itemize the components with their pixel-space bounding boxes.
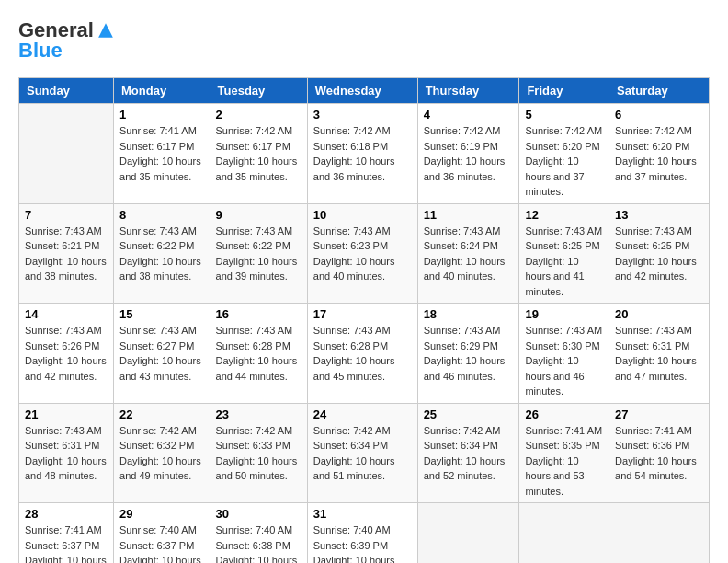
day-number: 24 bbox=[313, 408, 412, 421]
sunrise-time: Sunrise: 7:43 AM bbox=[25, 225, 102, 236]
sunset-time: Sunset: 6:25 PM bbox=[525, 240, 599, 251]
daylight-hours: Daylight: 10 hours and 50 minutes. bbox=[216, 455, 298, 482]
sunset-time: Sunset: 6:29 PM bbox=[424, 340, 498, 351]
calendar-cell: 5 Sunrise: 7:42 AM Sunset: 6:20 PM Dayli… bbox=[519, 104, 609, 204]
sunset-time: Sunset: 6:31 PM bbox=[25, 440, 99, 451]
day-number: 13 bbox=[615, 208, 703, 222]
daylight-hours: Daylight: 10 hours and 44 minutes. bbox=[216, 355, 298, 382]
sunset-time: Sunset: 6:28 PM bbox=[313, 340, 388, 351]
day-number: 12 bbox=[525, 208, 603, 222]
day-info: Sunrise: 7:42 AM Sunset: 6:19 PM Dayligh… bbox=[424, 123, 514, 184]
day-info: Sunrise: 7:40 AM Sunset: 6:37 PM Dayligh… bbox=[119, 523, 203, 563]
calendar-week-row: 1 Sunrise: 7:41 AM Sunset: 6:17 PM Dayli… bbox=[19, 104, 710, 204]
calendar-cell: 31 Sunrise: 7:40 AM Sunset: 6:39 PM Dayl… bbox=[307, 503, 417, 564]
sunrise-time: Sunrise: 7:42 AM bbox=[313, 425, 391, 436]
calendar-cell: 24 Sunrise: 7:42 AM Sunset: 6:34 PM Dayl… bbox=[307, 403, 417, 503]
day-number: 22 bbox=[119, 408, 203, 421]
calendar-cell: 11 Sunrise: 7:43 AM Sunset: 6:24 PM Dayl… bbox=[417, 203, 519, 304]
day-info: Sunrise: 7:43 AM Sunset: 6:22 PM Dayligh… bbox=[216, 224, 301, 284]
day-number: 15 bbox=[119, 307, 203, 321]
day-number: 21 bbox=[25, 408, 108, 421]
calendar-cell: 28 Sunrise: 7:41 AM Sunset: 6:37 PM Dayl… bbox=[19, 503, 114, 564]
calendar-cell: 29 Sunrise: 7:40 AM Sunset: 6:37 PM Dayl… bbox=[114, 503, 210, 564]
calendar-week-row: 21 Sunrise: 7:43 AM Sunset: 6:31 PM Dayl… bbox=[19, 403, 710, 503]
day-of-week-header: Tuesday bbox=[210, 78, 307, 104]
daylight-hours: Daylight: 10 hours and 45 minutes. bbox=[313, 355, 395, 382]
sunset-time: Sunset: 6:33 PM bbox=[216, 440, 290, 451]
day-info: Sunrise: 7:43 AM Sunset: 6:26 PM Dayligh… bbox=[25, 323, 108, 384]
daylight-hours: Daylight: 10 hours and 35 minutes. bbox=[216, 155, 298, 182]
day-number: 8 bbox=[119, 208, 203, 222]
day-of-week-header: Thursday bbox=[417, 78, 519, 104]
day-number: 29 bbox=[119, 507, 203, 521]
sunset-time: Sunset: 6:23 PM bbox=[313, 240, 388, 251]
daylight-hours: Daylight: 10 hours and 36 minutes. bbox=[424, 155, 506, 182]
sunset-time: Sunset: 6:20 PM bbox=[615, 141, 689, 152]
calendar-cell: 30 Sunrise: 7:40 AM Sunset: 6:38 PM Dayl… bbox=[210, 503, 307, 564]
sunset-time: Sunset: 6:34 PM bbox=[424, 440, 498, 451]
day-info: Sunrise: 7:43 AM Sunset: 6:24 PM Dayligh… bbox=[424, 224, 514, 284]
calendar-cell: 21 Sunrise: 7:43 AM Sunset: 6:31 PM Dayl… bbox=[19, 403, 114, 503]
sunset-time: Sunset: 6:37 PM bbox=[25, 540, 99, 551]
day-info: Sunrise: 7:42 AM Sunset: 6:34 PM Dayligh… bbox=[313, 423, 412, 484]
calendar-cell: 8 Sunrise: 7:43 AM Sunset: 6:22 PM Dayli… bbox=[114, 203, 210, 304]
day-info: Sunrise: 7:42 AM Sunset: 6:20 PM Dayligh… bbox=[525, 123, 603, 200]
calendar-cell bbox=[609, 503, 710, 564]
calendar-table: SundayMondayTuesdayWednesdayThursdayFrid… bbox=[18, 77, 710, 563]
sunrise-time: Sunrise: 7:43 AM bbox=[119, 325, 197, 336]
calendar-cell: 6 Sunrise: 7:42 AM Sunset: 6:20 PM Dayli… bbox=[609, 104, 710, 204]
day-number: 1 bbox=[119, 108, 203, 121]
sunrise-time: Sunrise: 7:42 AM bbox=[216, 125, 293, 136]
sunset-time: Sunset: 6:28 PM bbox=[216, 340, 290, 351]
calendar-cell: 7 Sunrise: 7:43 AM Sunset: 6:21 PM Dayli… bbox=[19, 203, 114, 304]
day-number: 23 bbox=[216, 408, 301, 421]
calendar-cell bbox=[417, 503, 519, 564]
calendar-cell: 2 Sunrise: 7:42 AM Sunset: 6:17 PM Dayli… bbox=[210, 104, 307, 204]
daylight-hours: Daylight: 10 hours and 55 minutes. bbox=[25, 555, 107, 563]
day-info: Sunrise: 7:42 AM Sunset: 6:33 PM Dayligh… bbox=[216, 423, 301, 484]
logo: General Blue bbox=[18, 18, 116, 63]
sunset-time: Sunset: 6:18 PM bbox=[313, 141, 388, 152]
day-info: Sunrise: 7:43 AM Sunset: 6:21 PM Dayligh… bbox=[25, 224, 108, 284]
daylight-hours: Daylight: 10 hours and 59 minutes. bbox=[313, 555, 395, 563]
calendar-cell bbox=[19, 104, 114, 204]
daylight-hours: Daylight: 10 hours and 41 minutes. bbox=[525, 256, 584, 297]
sunrise-time: Sunrise: 7:42 AM bbox=[216, 425, 293, 436]
day-number: 2 bbox=[216, 108, 301, 121]
sunrise-time: Sunrise: 7:43 AM bbox=[615, 225, 692, 236]
calendar-cell: 26 Sunrise: 7:41 AM Sunset: 6:35 PM Dayl… bbox=[519, 403, 609, 503]
day-of-week-header: Sunday bbox=[19, 78, 114, 104]
sunset-time: Sunset: 6:26 PM bbox=[25, 340, 99, 351]
sunset-time: Sunset: 6:25 PM bbox=[615, 240, 689, 251]
sunset-time: Sunset: 6:21 PM bbox=[25, 240, 99, 251]
day-info: Sunrise: 7:43 AM Sunset: 6:28 PM Dayligh… bbox=[313, 323, 412, 384]
sunrise-time: Sunrise: 7:42 AM bbox=[313, 125, 391, 136]
sunrise-time: Sunrise: 7:43 AM bbox=[525, 225, 602, 236]
sunrise-time: Sunrise: 7:41 AM bbox=[615, 425, 692, 436]
sunrise-time: Sunrise: 7:43 AM bbox=[313, 325, 391, 336]
calendar-cell: 20 Sunrise: 7:43 AM Sunset: 6:31 PM Dayl… bbox=[609, 304, 710, 404]
sunset-time: Sunset: 6:24 PM bbox=[424, 240, 498, 251]
day-number: 20 bbox=[615, 307, 703, 321]
sunrise-time: Sunrise: 7:41 AM bbox=[25, 524, 102, 535]
day-info: Sunrise: 7:43 AM Sunset: 6:25 PM Dayligh… bbox=[615, 224, 703, 284]
daylight-hours: Daylight: 10 hours and 40 minutes. bbox=[424, 256, 506, 282]
calendar-cell: 18 Sunrise: 7:43 AM Sunset: 6:29 PM Dayl… bbox=[417, 304, 519, 404]
sunset-time: Sunset: 6:34 PM bbox=[313, 440, 388, 451]
header-row: SundayMondayTuesdayWednesdayThursdayFrid… bbox=[19, 78, 710, 104]
day-info: Sunrise: 7:41 AM Sunset: 6:35 PM Dayligh… bbox=[525, 423, 603, 500]
daylight-hours: Daylight: 10 hours and 39 minutes. bbox=[216, 256, 298, 282]
day-info: Sunrise: 7:42 AM Sunset: 6:20 PM Dayligh… bbox=[615, 123, 703, 184]
day-info: Sunrise: 7:42 AM Sunset: 6:18 PM Dayligh… bbox=[313, 123, 412, 184]
day-number: 14 bbox=[25, 307, 108, 321]
sunset-time: Sunset: 6:36 PM bbox=[615, 440, 689, 451]
sunrise-time: Sunrise: 7:43 AM bbox=[25, 425, 102, 436]
sunrise-time: Sunrise: 7:43 AM bbox=[424, 225, 501, 236]
daylight-hours: Daylight: 10 hours and 36 minutes. bbox=[313, 155, 395, 182]
daylight-hours: Daylight: 10 hours and 48 minutes. bbox=[25, 455, 107, 482]
day-number: 30 bbox=[216, 507, 301, 521]
calendar-week-row: 14 Sunrise: 7:43 AM Sunset: 6:26 PM Dayl… bbox=[19, 304, 710, 404]
sunrise-time: Sunrise: 7:43 AM bbox=[525, 325, 602, 336]
calendar-cell: 27 Sunrise: 7:41 AM Sunset: 6:36 PM Dayl… bbox=[609, 403, 710, 503]
calendar-cell: 22 Sunrise: 7:42 AM Sunset: 6:32 PM Dayl… bbox=[114, 403, 210, 503]
